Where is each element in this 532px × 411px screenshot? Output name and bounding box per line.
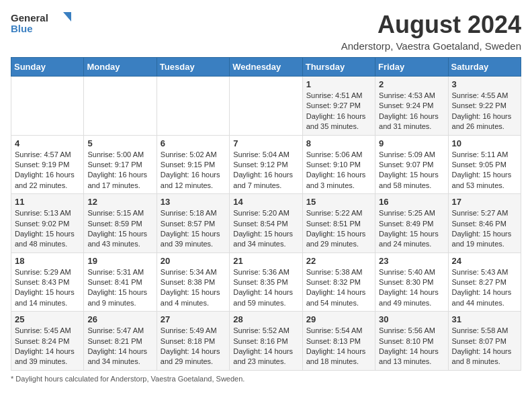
svg-text:General: General: [11, 12, 48, 24]
day-info: Sunrise: 5:38 AMSunset: 8:32 PMDaylight:…: [306, 267, 371, 309]
calendar-cell: 23Sunrise: 5:40 AMSunset: 8:30 PMDayligh…: [375, 253, 448, 312]
day-info: Sunrise: 5:40 AMSunset: 8:30 PMDaylight:…: [379, 267, 444, 309]
day-info: Sunrise: 5:06 AMSunset: 9:10 PMDaylight:…: [306, 150, 371, 191]
day-number: 19: [87, 256, 152, 266]
calendar-cell: [230, 77, 302, 136]
day-info: Sunrise: 5:22 AMSunset: 8:51 PMDaylight:…: [306, 208, 371, 250]
footer-note-text: Daylight hours: [15, 375, 62, 383]
day-info: Sunrise: 5:54 AMSunset: 8:13 PMDaylight:…: [306, 326, 371, 367]
calendar-cell: 10Sunrise: 5:11 AMSunset: 9:05 PMDayligh…: [448, 135, 521, 194]
day-number: 30: [379, 314, 444, 324]
day-number: 6: [161, 138, 226, 148]
day-number: 8: [306, 138, 371, 148]
day-number: 18: [15, 256, 80, 266]
logo: General Blue: [11, 11, 71, 36]
calendar-cell: 31Sunrise: 5:58 AMSunset: 8:07 PMDayligh…: [448, 312, 521, 371]
calendar-cell: 5Sunrise: 5:00 AMSunset: 9:17 PMDaylight…: [84, 135, 157, 194]
day-number: 31: [452, 314, 517, 324]
calendar-cell: 20Sunrise: 5:34 AMSunset: 8:38 PMDayligh…: [157, 253, 229, 312]
calendar-cell: 19Sunrise: 5:31 AMSunset: 8:41 PMDayligh…: [84, 253, 157, 312]
calendar-cell: 21Sunrise: 5:36 AMSunset: 8:35 PMDayligh…: [230, 253, 302, 312]
day-header-sunday: Sunday: [11, 58, 84, 77]
day-number: 20: [161, 256, 226, 266]
day-number: 9: [379, 138, 444, 148]
day-number: 13: [161, 197, 226, 207]
day-number: 25: [15, 314, 80, 324]
calendar-cell: 28Sunrise: 5:52 AMSunset: 8:16 PMDayligh…: [230, 312, 302, 371]
calendar-cell: 24Sunrise: 5:43 AMSunset: 8:27 PMDayligh…: [448, 253, 521, 312]
calendar-cell: [157, 77, 229, 136]
day-info: Sunrise: 5:31 AMSunset: 8:41 PMDaylight:…: [87, 267, 152, 309]
calendar-cell: 30Sunrise: 5:56 AMSunset: 8:10 PMDayligh…: [375, 312, 448, 371]
calendar-cell: 11Sunrise: 5:13 AMSunset: 9:02 PMDayligh…: [11, 194, 84, 253]
calendar-cell: 22Sunrise: 5:38 AMSunset: 8:32 PMDayligh…: [302, 253, 375, 312]
calendar-cell: 15Sunrise: 5:22 AMSunset: 8:51 PMDayligh…: [302, 194, 375, 253]
title-area: August 2024 Anderstorp, Vaestra Goetalan…: [341, 11, 521, 52]
day-number: 16: [379, 197, 444, 207]
calendar-cell: 27Sunrise: 5:49 AMSunset: 8:18 PMDayligh…: [157, 312, 229, 371]
day-info: Sunrise: 4:53 AMSunset: 9:24 PMDaylight:…: [379, 91, 444, 132]
day-header-tuesday: Tuesday: [157, 58, 229, 77]
day-number: 12: [87, 197, 152, 207]
day-number: 14: [233, 197, 298, 207]
day-info: Sunrise: 5:47 AMSunset: 8:21 PMDaylight:…: [87, 326, 152, 367]
day-number: 23: [379, 256, 444, 266]
day-number: 7: [233, 138, 298, 148]
calendar-cell: 16Sunrise: 5:25 AMSunset: 8:49 PMDayligh…: [375, 194, 448, 253]
calendar-cell: [11, 77, 84, 136]
day-info: Sunrise: 5:49 AMSunset: 8:18 PMDaylight:…: [161, 326, 226, 367]
day-info: Sunrise: 5:04 AMSunset: 9:12 PMDaylight:…: [233, 150, 298, 191]
day-number: 1: [306, 79, 371, 89]
day-info: Sunrise: 5:09 AMSunset: 9:07 PMDaylight:…: [379, 150, 444, 191]
calendar-table: SundayMondayTuesdayWednesdayThursdayFrid…: [11, 57, 521, 371]
day-number: 28: [233, 314, 298, 324]
calendar-cell: [84, 77, 157, 136]
day-info: Sunrise: 5:58 AMSunset: 8:07 PMDaylight:…: [452, 326, 517, 367]
calendar-cell: 12Sunrise: 5:15 AMSunset: 8:59 PMDayligh…: [84, 194, 157, 253]
calendar-cell: 6Sunrise: 5:02 AMSunset: 9:15 PMDaylight…: [157, 135, 229, 194]
footer-note: * Daylight hours calculated for Andersto…: [11, 375, 521, 383]
day-number: 5: [87, 138, 152, 148]
calendar-cell: 3Sunrise: 4:55 AMSunset: 9:22 PMDaylight…: [448, 77, 521, 136]
day-number: 3: [452, 79, 517, 89]
calendar-cell: 8Sunrise: 5:06 AMSunset: 9:10 PMDaylight…: [302, 135, 375, 194]
day-info: Sunrise: 5:18 AMSunset: 8:57 PMDaylight:…: [161, 208, 226, 250]
calendar-cell: 14Sunrise: 5:20 AMSunset: 8:54 PMDayligh…: [230, 194, 302, 253]
calendar-week-4: 18Sunrise: 5:29 AMSunset: 8:43 PMDayligh…: [11, 253, 521, 312]
calendar-cell: 29Sunrise: 5:54 AMSunset: 8:13 PMDayligh…: [302, 312, 375, 371]
day-header-friday: Friday: [375, 58, 448, 77]
svg-text:Blue: Blue: [11, 23, 33, 34]
calendar-week-1: 1Sunrise: 4:51 AMSunset: 9:27 PMDaylight…: [11, 77, 521, 136]
day-info: Sunrise: 5:43 AMSunset: 8:27 PMDaylight:…: [452, 267, 517, 309]
day-info: Sunrise: 5:36 AMSunset: 8:35 PMDaylight:…: [233, 267, 298, 309]
calendar-cell: 7Sunrise: 5:04 AMSunset: 9:12 PMDaylight…: [230, 135, 302, 194]
day-number: 27: [161, 314, 226, 324]
calendar-cell: 18Sunrise: 5:29 AMSunset: 8:43 PMDayligh…: [11, 253, 84, 312]
calendar-cell: 13Sunrise: 5:18 AMSunset: 8:57 PMDayligh…: [157, 194, 229, 253]
day-number: 10: [452, 138, 517, 148]
day-number: 11: [15, 197, 80, 207]
day-number: 26: [87, 314, 152, 324]
day-info: Sunrise: 5:34 AMSunset: 8:38 PMDaylight:…: [161, 267, 226, 309]
day-number: 15: [306, 197, 371, 207]
day-number: 22: [306, 256, 371, 266]
day-number: 24: [452, 256, 517, 266]
day-info: Sunrise: 5:00 AMSunset: 9:17 PMDaylight:…: [87, 150, 152, 191]
calendar-cell: 4Sunrise: 4:57 AMSunset: 9:19 PMDaylight…: [11, 135, 84, 194]
day-info: Sunrise: 4:57 AMSunset: 9:19 PMDaylight:…: [15, 150, 80, 191]
svg-marker-2: [63, 12, 71, 21]
day-info: Sunrise: 5:15 AMSunset: 8:59 PMDaylight:…: [87, 208, 152, 250]
day-header-wednesday: Wednesday: [230, 58, 302, 77]
day-info: Sunrise: 5:20 AMSunset: 8:54 PMDaylight:…: [233, 208, 298, 250]
day-header-saturday: Saturday: [448, 58, 521, 77]
day-number: 4: [15, 138, 80, 148]
calendar-header: SundayMondayTuesdayWednesdayThursdayFrid…: [11, 58, 521, 77]
day-info: Sunrise: 5:02 AMSunset: 9:15 PMDaylight:…: [161, 150, 226, 191]
month-title: August 2024: [341, 11, 521, 39]
calendar-week-2: 4Sunrise: 4:57 AMSunset: 9:19 PMDaylight…: [11, 135, 521, 194]
days-of-week-row: SundayMondayTuesdayWednesdayThursdayFrid…: [11, 58, 521, 77]
logo-icon: General Blue: [11, 11, 71, 36]
day-info: Sunrise: 5:27 AMSunset: 8:46 PMDaylight:…: [452, 208, 517, 250]
day-info: Sunrise: 5:25 AMSunset: 8:49 PMDaylight:…: [379, 208, 444, 250]
day-header-monday: Monday: [84, 58, 157, 77]
